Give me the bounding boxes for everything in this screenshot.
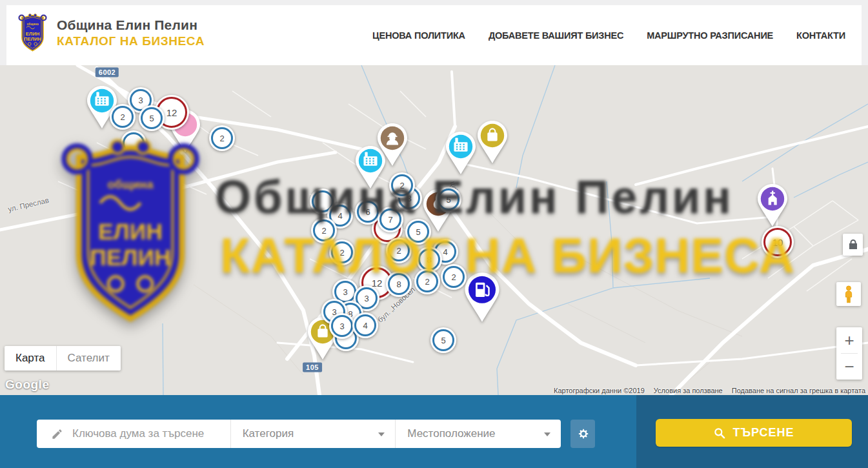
map-type-map-button[interactable]: Карта	[5, 346, 56, 371]
cluster-count: 4	[354, 314, 376, 336]
cluster-marker[interactable]: 5	[139, 105, 165, 131]
lock-icon	[849, 239, 858, 250]
cluster-marker[interactable]: 2	[386, 238, 412, 263]
cluster-count: 3	[331, 315, 353, 337]
svg-text:община: община	[26, 22, 38, 26]
search-bar: Категория Местоположение ТЪРСЕНЕ	[0, 395, 868, 468]
attribution-link[interactable]: Подаване на сигнал за грешка в картата	[732, 387, 865, 394]
cluster-marker[interactable]: 2	[329, 239, 355, 265]
zoom-control: + −	[836, 327, 862, 380]
cluster-count: 10	[763, 228, 792, 256]
cluster-marker[interactable]	[121, 130, 146, 156]
category-select-label: Категория	[243, 427, 294, 440]
advanced-settings-button[interactable]	[570, 420, 595, 448]
worker-pin[interactable]	[375, 123, 410, 170]
page: община ЕЛИН ПЕЛИН Община Елин Пелин КАТА…	[0, 0, 868, 468]
keyword-section	[37, 420, 230, 448]
category-select[interactable]: Категория	[230, 420, 396, 448]
site-subtitle: КАТАЛОГ НА БИЗНЕСА	[57, 34, 205, 48]
search-icon	[713, 427, 726, 440]
cluster-marker[interactable]: 2	[389, 172, 415, 198]
shopping-bag-pin[interactable]	[475, 120, 510, 167]
road-shield: 6002	[96, 68, 119, 77]
cluster-count: 2	[388, 239, 410, 261]
fullscreen-lock-button[interactable]	[843, 234, 863, 256]
cluster-marker[interactable]: 10	[762, 226, 794, 258]
cluster-count: 2	[391, 174, 413, 196]
street-view-pegman[interactable]	[836, 282, 861, 306]
cluster-count: 2	[416, 270, 438, 292]
keyword-search-input[interactable]	[71, 427, 230, 441]
search-button[interactable]: ТЪРСЕНЕ	[656, 419, 852, 447]
church-pin[interactable]	[755, 183, 790, 230]
cluster-count: 2	[211, 127, 233, 149]
factory-pin[interactable]	[443, 131, 478, 178]
cluster-marker[interactable]: 5	[405, 219, 431, 245]
cluster-count: 7	[379, 209, 401, 230]
attribution-text: Картографски данни ©2019	[554, 387, 645, 394]
zoom-out-button[interactable]: −	[836, 354, 862, 380]
cluster-marker[interactable]: 3	[329, 313, 355, 339]
cluster-count: 5	[141, 107, 163, 129]
chevron-down-icon	[378, 432, 385, 436]
cluster-marker[interactable]: 2	[414, 269, 440, 294]
cluster-marker[interactable]: 2	[110, 104, 136, 130]
brand-logo[interactable]: община ЕЛИН ПЕЛИН Община Елин Пелин КАТА…	[17, 12, 205, 54]
map-type-control: Карта Сателит	[5, 346, 121, 371]
pegman-icon	[843, 285, 854, 303]
search-button-label: ТЪРСЕНЕ	[732, 426, 794, 440]
site-title: Община Елин Пелин	[57, 17, 205, 33]
municipality-crest-icon: община ЕЛИН ПЕЛИН	[17, 12, 48, 54]
road-shield: 105	[303, 363, 322, 372]
pencil-icon	[51, 428, 63, 440]
cluster-marker[interactable]: 2	[311, 218, 337, 243]
nav-item[interactable]: ДОБАВЕТЕ ВАШИЯТ БИЗНЕС	[489, 30, 623, 41]
cluster-count: 5	[438, 188, 459, 210]
cluster-marker[interactable]: 6	[355, 199, 381, 225]
attribution-link[interactable]: Условия за ползване	[654, 387, 723, 394]
cluster-count: 2	[443, 266, 465, 288]
map-canvas[interactable]: 6002105ул. Преславбул. „Новоселци“ 32125…	[0, 65, 868, 395]
fuel-pin[interactable]	[462, 272, 502, 326]
cluster-marker[interactable]: 2	[209, 125, 235, 151]
cluster-count: 2	[331, 241, 353, 263]
cluster-marker[interactable]: 5	[430, 327, 456, 353]
cluster-marker[interactable]: 4	[352, 312, 378, 338]
cluster-count	[123, 132, 145, 154]
nav-item[interactable]: КОНТАКТИ	[796, 30, 845, 41]
zoom-in-button[interactable]: +	[836, 327, 862, 353]
cluster-count: 5	[407, 221, 429, 243]
cluster-marker[interactable]: 2	[441, 264, 467, 290]
nav-item[interactable]: МАРШРУТНО РАЗПИСАНИЕ	[647, 30, 773, 41]
cluster-marker[interactable]: 5	[436, 187, 461, 212]
nav-item[interactable]: ЦЕНОВА ПОЛИТИКА	[372, 30, 465, 41]
cluster-count: 2	[313, 219, 335, 241]
cluster-marker[interactable]: 8	[386, 271, 412, 297]
main-nav: ЦЕНОВА ПОЛИТИКАДОБАВЕТЕ ВАШИЯТ БИЗНЕСМАР…	[372, 5, 845, 65]
location-select[interactable]: Местоположение	[395, 420, 561, 448]
gear-icon	[576, 427, 590, 441]
location-select-label: Местоположение	[407, 427, 495, 440]
google-logo[interactable]: Google	[5, 378, 49, 392]
cluster-marker[interactable]: 7	[378, 207, 403, 232]
map-type-satellite-button[interactable]: Сателит	[56, 346, 121, 371]
search-input-group: Категория Местоположение	[37, 420, 561, 448]
cluster-count: 8	[418, 249, 440, 270]
cluster-count: 6	[357, 201, 379, 223]
cluster-count: 8	[388, 273, 410, 295]
header: община ЕЛИН ПЕЛИН Община Елин Пелин КАТА…	[6, 5, 862, 65]
map-attribution: Картографски данни ©2019Условия за ползв…	[554, 387, 865, 394]
chevron-down-icon	[544, 432, 550, 436]
cluster-count: 5	[432, 329, 454, 351]
cluster-count: 2	[112, 106, 134, 128]
svg-text:ПЕЛИН: ПЕЛИН	[24, 36, 41, 42]
